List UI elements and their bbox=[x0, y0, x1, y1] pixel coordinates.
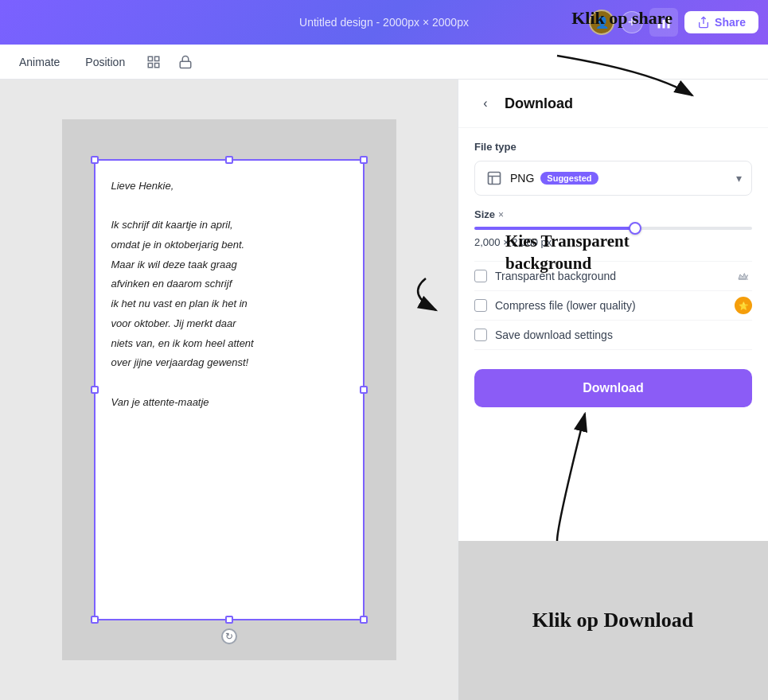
slider-thumb[interactable] bbox=[629, 222, 641, 235]
handle-bottom-right[interactable] bbox=[360, 616, 368, 624]
compress-checkbox[interactable] bbox=[474, 299, 487, 312]
file-type-name: PNG bbox=[510, 172, 534, 185]
size-label-row: Size × bbox=[474, 208, 752, 220]
share-label: Share bbox=[715, 16, 746, 29]
position-button[interactable]: Position bbox=[79, 52, 131, 72]
size-slider[interactable] bbox=[474, 227, 752, 230]
size-label: Size bbox=[474, 208, 495, 220]
share-button[interactable]: Share bbox=[684, 11, 758, 33]
animate-button[interactable]: Animate bbox=[13, 52, 66, 72]
save-settings-row: Save download settings bbox=[474, 320, 752, 350]
chevron-down-icon: ▾ bbox=[736, 172, 742, 185]
handle-top-center[interactable] bbox=[225, 156, 233, 164]
size-value: 2,000 × 2,000 px bbox=[474, 236, 752, 248]
panel-content: File type PNG Suggested ▾ Size × bbox=[458, 128, 768, 420]
handle-mid-left[interactable] bbox=[91, 386, 99, 394]
download-panel: ‹ Download File type PNG Suggested ▾ Siz… bbox=[458, 80, 768, 700]
svg-rect-3 bbox=[148, 56, 152, 60]
annotation-bottom: Klik op Download bbox=[532, 609, 693, 632]
rotate-handle[interactable]: ↻ bbox=[221, 628, 237, 644]
main-area: ↻ Lieve Henkie, Ik schrijf dit kaartje i… bbox=[0, 80, 768, 700]
transparent-bg-checkbox[interactable] bbox=[474, 270, 487, 282]
bottom-annotation-area: Klik op Download bbox=[458, 541, 768, 700]
file-type-left: PNG Suggested bbox=[485, 169, 598, 188]
save-settings-label: Save download settings bbox=[495, 329, 613, 341]
annotation-top: Klik op share bbox=[571, 8, 672, 29]
handle-bottom-center[interactable] bbox=[225, 616, 233, 624]
design-card[interactable]: ↻ Lieve Henkie, Ik schrijf dit kaartje i… bbox=[94, 159, 365, 620]
toolbar: Animate Position bbox=[0, 45, 768, 80]
handle-bottom-left[interactable] bbox=[91, 616, 99, 624]
file-type-dropdown[interactable]: PNG Suggested ▾ bbox=[474, 161, 752, 196]
transparent-bg-label: Transparent background bbox=[495, 270, 616, 282]
transparent-bg-row: Transparent background bbox=[474, 261, 752, 290]
size-close-icon[interactable]: × bbox=[498, 209, 504, 220]
letter-content: Lieve Henkie, Ik schrijf dit kaartje in … bbox=[111, 177, 347, 412]
size-slider-container bbox=[474, 227, 752, 230]
grid-icon[interactable] bbox=[144, 52, 163, 72]
png-icon bbox=[485, 169, 504, 188]
handle-top-right[interactable] bbox=[360, 156, 368, 164]
handle-top-left[interactable] bbox=[91, 156, 99, 164]
pro-badge: ⭐ bbox=[735, 297, 752, 314]
svg-rect-6 bbox=[155, 63, 159, 67]
save-settings-checkbox[interactable] bbox=[474, 329, 487, 341]
svg-rect-7 bbox=[180, 61, 191, 68]
svg-rect-8 bbox=[489, 173, 501, 185]
canvas-area: ↻ Lieve Henkie, Ik schrijf dit kaartje i… bbox=[0, 80, 458, 700]
canvas-background: ↻ Lieve Henkie, Ik schrijf dit kaartje i… bbox=[62, 119, 396, 660]
svg-rect-4 bbox=[155, 56, 159, 60]
svg-rect-5 bbox=[148, 63, 152, 67]
handle-mid-right[interactable] bbox=[360, 386, 368, 394]
compress-row: Compress file (lower quality) ⭐ bbox=[474, 290, 752, 320]
crown-icon bbox=[735, 267, 752, 285]
compress-label: Compress file (lower quality) bbox=[495, 299, 636, 312]
panel-title: Download bbox=[505, 95, 573, 112]
back-button[interactable]: ‹ bbox=[474, 92, 497, 115]
download-button[interactable]: Download bbox=[474, 369, 752, 407]
lock-icon[interactable] bbox=[176, 52, 195, 72]
panel-header: ‹ Download bbox=[458, 80, 768, 128]
suggested-badge: Suggested bbox=[540, 172, 598, 185]
header-title: Untitled design - 2000px × 2000px bbox=[299, 16, 469, 29]
file-type-label: File type bbox=[474, 141, 752, 153]
